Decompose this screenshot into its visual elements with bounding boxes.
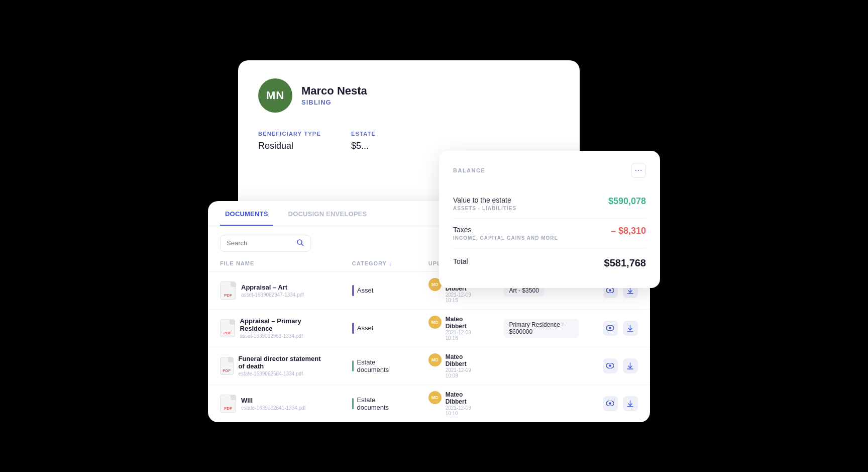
balance-menu-button[interactable]: ⋯	[631, 163, 646, 178]
category-label: Asset	[357, 324, 374, 332]
file-name-cell-1: PDF Appraisal – Primary Residence asset-…	[208, 309, 340, 347]
beneficiary-type-label: BENEFICIARY TYPE	[258, 131, 321, 137]
category-dot	[352, 323, 354, 334]
file-sub: estate-1639062584-1334.pdf	[239, 371, 328, 376]
category-dot	[352, 360, 354, 371]
actions-cell-1	[591, 309, 650, 347]
balance-card: BALANCE ⋯ Value to the estate ASSETS - L…	[439, 151, 660, 288]
assigned-cell-1: Primary Residence - $600000	[492, 309, 591, 347]
category-dot	[352, 398, 354, 409]
file-icon: PDF	[220, 281, 236, 300]
category-label: Estate documents	[357, 358, 404, 373]
sort-icon: ↓	[389, 260, 392, 266]
assigned-cell-3	[492, 385, 591, 422]
balance-row-total: Total $581,768	[453, 248, 646, 276]
download-button[interactable]	[623, 396, 638, 411]
svg-point-15	[609, 402, 611, 404]
uploader-date: 2021-12-09 10:16	[446, 330, 480, 341]
download-button[interactable]	[623, 321, 638, 336]
svg-line-1	[301, 244, 303, 246]
uploader-avatar: MD	[428, 353, 442, 366]
total-label: Total	[453, 257, 468, 265]
search-box[interactable]	[220, 235, 310, 252]
beneficiary-type-value: Residual	[258, 141, 321, 151]
view-button[interactable]	[603, 396, 618, 411]
category-label: Asset	[357, 287, 374, 294]
estate-value: $5...	[351, 141, 376, 151]
table-row: PDF Appraisal – Primary Residence asset-…	[208, 309, 650, 347]
tab-docusign[interactable]: DOCUSIGN ENVELOPES	[283, 201, 372, 226]
assets-amount: $590,078	[608, 196, 646, 207]
category-cell-1: Asset	[340, 309, 416, 347]
file-name: Will	[241, 397, 305, 404]
balance-row-taxes: Taxes INCOME, CAPITAL GAINS AND MORE – $…	[453, 219, 646, 248]
file-sub: estate-1639062641-1334.pdf	[241, 405, 305, 411]
file-sub: asset-1639062947-1334.pdf	[241, 292, 304, 298]
file-name: Appraisal – Primary Residence	[240, 317, 328, 332]
file-icon: PDF	[220, 395, 236, 413]
table-row: PDF Funeral director statement of death …	[208, 347, 650, 385]
category-cell-0: Asset	[340, 271, 416, 309]
assigned-badge: Primary Residence - $600000	[504, 319, 579, 338]
file-icon: PDF	[220, 319, 235, 337]
assets-sublabel: ASSETS - LIABILITIES	[453, 206, 516, 211]
uploader-avatar: MD	[428, 391, 442, 404]
file-name-cell-2: PDF Funeral director statement of death …	[208, 347, 340, 385]
file-name-cell-0: PDF Appraisal – Art asset-1639062947-133…	[208, 271, 340, 309]
view-button[interactable]	[603, 321, 618, 336]
col-filename: FILE NAME	[208, 260, 340, 272]
actions-cell-3	[591, 385, 650, 422]
view-button[interactable]	[603, 358, 618, 373]
total-amount: $581,768	[604, 257, 646, 269]
uploader-avatar: MD	[428, 316, 442, 329]
uploader-cell-2: MD Mateo Dibbert 2021-12-09 10:09	[416, 347, 492, 385]
col-category[interactable]: CATEGORY ↓	[340, 260, 416, 272]
uploader-date: 2021-12-09 10:10	[446, 405, 480, 416]
category-dot	[352, 285, 354, 296]
taxes-sublabel: INCOME, CAPITAL GAINS AND MORE	[453, 235, 558, 241]
file-name: Funeral director statement of death	[239, 355, 328, 370]
svg-point-3	[609, 289, 611, 291]
uploader-cell-3: MD Mateo Dibbert 2021-12-09 10:10	[416, 385, 492, 422]
category-label: Estate documents	[357, 396, 404, 411]
assigned-cell-2	[492, 347, 591, 385]
uploader-name: Mateo Dibbert	[446, 316, 480, 330]
category-cell-2: Estate documents	[340, 347, 416, 385]
assets-label: Value to the estate	[453, 196, 516, 204]
uploader-cell-1: MD Mateo Dibbert 2021-12-09 10:16	[416, 309, 492, 347]
file-name: Appraisal – Art	[241, 284, 304, 291]
tab-documents[interactable]: DOCUMENTS	[220, 201, 273, 226]
uploader-date: 2021-12-09 10:15	[446, 292, 480, 303]
uploader-date: 2021-12-09 10:09	[446, 367, 480, 379]
uploader-name: Mateo Dibbert	[446, 391, 480, 405]
uploader-name: Mateo Dibbert	[446, 353, 480, 367]
profile-name: Marco Nesta	[301, 84, 367, 98]
category-cell-3: Estate documents	[340, 385, 416, 422]
estate-label: ESTATE	[351, 131, 376, 137]
svg-point-7	[609, 327, 611, 329]
search-icon	[296, 239, 304, 248]
file-icon: PDF	[220, 357, 234, 375]
file-sub: asset-1639062963-1334.pdf	[240, 333, 328, 339]
balance-title: BALANCE	[453, 167, 485, 173]
search-input[interactable]	[227, 239, 292, 247]
avatar: MN	[258, 78, 292, 113]
download-button[interactable]	[623, 358, 638, 373]
actions-cell-2	[591, 347, 650, 385]
taxes-label: Taxes	[453, 226, 558, 234]
taxes-amount: – $8,310	[611, 226, 646, 236]
table-row: PDF Will estate-1639062641-1334.pdf Esta…	[208, 385, 650, 422]
svg-point-11	[609, 364, 611, 366]
balance-row-assets: Value to the estate ASSETS - LIABILITIES…	[453, 189, 646, 219]
profile-role: SIBLING	[301, 99, 367, 106]
file-name-cell-3: PDF Will estate-1639062641-1334.pdf	[208, 385, 340, 422]
